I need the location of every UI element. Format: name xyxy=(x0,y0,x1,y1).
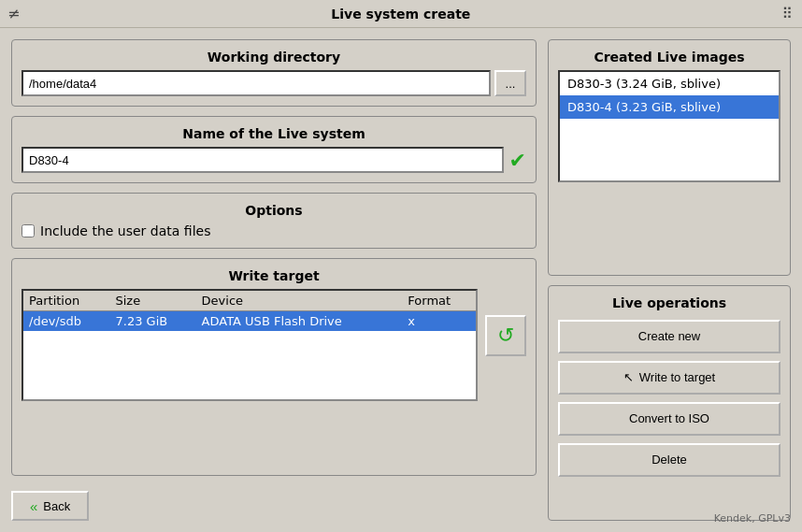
write-target-section: Write target Partition Size Device Forma… xyxy=(11,258,537,476)
live-ops-title: Live operations xyxy=(558,295,781,310)
ops-buttons-container: Create new ↖ Write to target Convert to … xyxy=(558,320,781,477)
convert-to-iso-button[interactable]: Convert to ISO xyxy=(558,402,781,436)
create-new-button[interactable]: Create new xyxy=(558,320,781,353)
options-section: Options Include the user data files xyxy=(11,193,537,249)
write-target-title: Write target xyxy=(21,268,526,283)
live-system-name-input[interactable] xyxy=(21,147,504,173)
cell-device: ADATA USB Flash Drive xyxy=(196,311,403,332)
list-item[interactable]: D830-4 (3.23 GiB, sblive) xyxy=(560,95,779,119)
col-format: Format xyxy=(402,291,476,311)
write-target-table-wrapper: Partition Size Device Format /dev/sdb 7.… xyxy=(21,289,478,401)
live-system-name-title: Name of the Live system xyxy=(21,126,526,141)
footer-credit: Kendek, GPLv3 xyxy=(714,512,791,525)
back-arrow-icon: « xyxy=(30,498,37,514)
cell-partition: /dev/sdb xyxy=(23,311,110,332)
browse-button[interactable]: ... xyxy=(494,70,526,96)
live-images-section: Created Live images D830-3 (3.24 GiB, sb… xyxy=(548,39,791,276)
list-item[interactable]: D830-3 (3.24 GiB, sblive) xyxy=(560,72,779,95)
live-ops-section: Live operations Create new ↖ Write to ta… xyxy=(548,285,791,522)
refresh-icon: ↺ xyxy=(497,324,514,348)
col-size: Size xyxy=(110,291,196,311)
right-panel: Created Live images D830-3 (3.24 GiB, sb… xyxy=(548,39,791,521)
back-btn-row: « Back xyxy=(11,485,537,521)
options-title: Options xyxy=(21,203,526,218)
write-to-target-button[interactable]: ↖ Write to target xyxy=(558,361,781,395)
delete-button[interactable]: Delete xyxy=(558,443,781,477)
working-dir-input[interactable] xyxy=(21,70,491,96)
write-to-target-label: Write to target xyxy=(639,370,715,384)
table-row[interactable]: /dev/sdb 7.23 GiB ADATA USB Flash Drive … xyxy=(23,311,476,332)
title-bar-left-icon: ≠ xyxy=(7,5,20,22)
title-bar: ≠ Live system create ⠿ xyxy=(0,0,802,28)
refresh-button[interactable]: ↺ xyxy=(485,315,526,356)
back-button[interactable]: « Back xyxy=(11,491,89,521)
user-data-files-label: Include the user data files xyxy=(40,223,210,238)
window-title: Live system create xyxy=(331,7,470,22)
cell-size: 7.23 GiB xyxy=(110,311,196,332)
write-target-cursor-icon: ↖ xyxy=(623,370,634,384)
live-system-name-section: Name of the Live system ✔ xyxy=(11,116,537,183)
col-partition: Partition xyxy=(23,291,110,311)
left-panel: Working directory ... Name of the Live s… xyxy=(11,39,537,521)
write-target-table: Partition Size Device Format /dev/sdb 7.… xyxy=(23,291,476,331)
title-bar-right-icon: ⠿ xyxy=(781,5,795,22)
name-valid-checkmark: ✔ xyxy=(509,149,526,172)
working-dir-title: Working directory xyxy=(21,50,526,65)
cell-format: x xyxy=(402,311,476,332)
col-device: Device xyxy=(196,291,403,311)
back-button-label: Back xyxy=(43,499,70,513)
live-images-list: D830-3 (3.24 GiB, sblive) D830-4 (3.23 G… xyxy=(558,70,781,182)
user-data-files-checkbox[interactable] xyxy=(21,224,35,237)
working-directory-section: Working directory ... xyxy=(11,39,537,107)
live-images-title: Created Live images xyxy=(558,50,781,65)
